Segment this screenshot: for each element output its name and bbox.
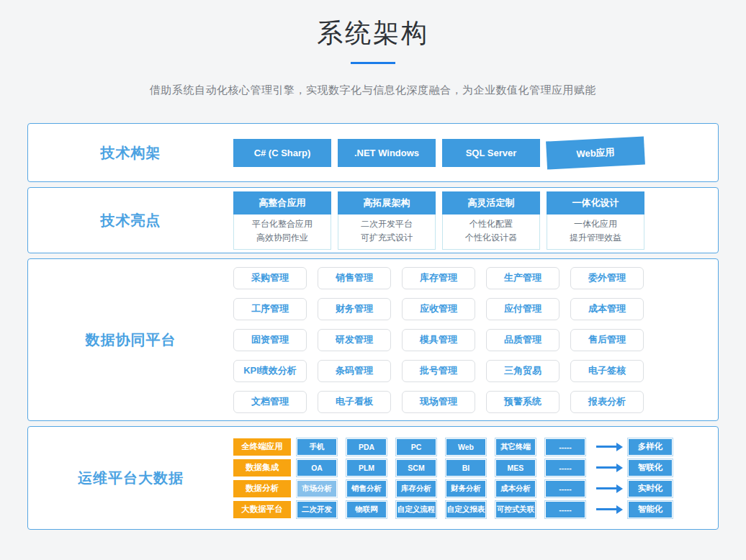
ops-item-chip[interactable]: 库存分析	[396, 480, 436, 497]
module-grid: 采购管理 销售管理 库存管理 生产管理 委外管理 工序管理 财务管理 应收管理 …	[233, 267, 644, 413]
section-label-ops-platform: 运维平台大数据	[28, 469, 233, 488]
ops-platform-rows: 全终端应用 手机 PDA PC Web 其它终端 ----- 多样化 数据集成 …	[233, 438, 718, 518]
ops-item-chip[interactable]: 成本分析	[495, 480, 536, 497]
page-title: 系统架构	[0, 16, 746, 51]
highlight-card-title: 高整合应用	[233, 191, 331, 214]
ops-category-chip[interactable]: 数据分析	[233, 480, 291, 497]
ops-item-chip[interactable]: Web	[446, 438, 486, 456]
ops-item-chip[interactable]: PC	[396, 438, 436, 456]
section-label-data-platform: 数据协同平台	[28, 330, 233, 350]
title-underline-decoration	[351, 62, 395, 64]
ops-result-chip[interactable]: 智能化	[628, 501, 673, 518]
module-button[interactable]: 批号管理	[402, 360, 475, 382]
module-button[interactable]: 电子签核	[570, 360, 644, 382]
ops-item-chip[interactable]: 物联网	[346, 501, 387, 518]
tech-framework-button-sqlserver[interactable]: SQL Server	[442, 139, 540, 167]
tech-highlight-cards: 高整合应用 平台化整合应用 高效协同作业 高拓展架构 二次开发平台 可扩充式设计…	[233, 191, 718, 250]
module-button[interactable]: 生产管理	[486, 267, 560, 289]
ops-item-chip[interactable]: 市场分析	[297, 480, 337, 497]
ops-item-chip[interactable]: 自定义报表	[446, 501, 486, 518]
section-ops-platform: 运维平台大数据 全终端应用 手机 PDA PC Web 其它终端 ----- 多…	[27, 426, 719, 530]
highlight-card-line: 高效协同作业	[234, 231, 331, 245]
highlight-card-integration: 高整合应用 平台化整合应用 高效协同作业	[233, 191, 331, 250]
ops-item-chip[interactable]: SCM	[396, 459, 436, 477]
ops-result-chip[interactable]: 实时化	[628, 480, 673, 497]
module-button[interactable]: 条码管理	[318, 360, 391, 382]
data-platform-modules: 采购管理 销售管理 库存管理 生产管理 委外管理 工序管理 财务管理 应收管理 …	[233, 267, 718, 413]
ops-item-chip[interactable]: 可控式关联	[495, 501, 536, 518]
section-label-tech-highlights: 技术亮点	[28, 211, 233, 230]
ops-item-chip[interactable]: 自定义流程	[396, 501, 436, 518]
ops-category-chip[interactable]: 全终端应用	[233, 438, 291, 456]
module-button[interactable]: 预警系统	[486, 391, 560, 413]
section-data-platform: 数据协同平台 采购管理 销售管理 库存管理 生产管理 委外管理 工序管理 财务管…	[27, 258, 719, 421]
module-button[interactable]: 采购管理	[233, 267, 307, 289]
module-button[interactable]: 销售管理	[318, 267, 391, 289]
tech-framework-buttons: C# (C Sharp) .NET Windows SQL Server Web…	[233, 139, 718, 167]
module-button[interactable]: 报表分析	[570, 391, 644, 413]
module-button[interactable]: 委外管理	[570, 267, 644, 289]
ops-item-chip[interactable]: -----	[545, 480, 585, 497]
ops-row-analysis: 数据分析 市场分析 销售分析 库存分析 财务分析 成本分析 ----- 实时化	[233, 480, 673, 497]
ops-item-chip[interactable]: 手机	[297, 438, 337, 456]
ops-item-chip[interactable]: -----	[545, 501, 585, 518]
module-button[interactable]: 研发管理	[318, 329, 391, 351]
ops-category-chip[interactable]: 大数据平台	[233, 501, 291, 518]
module-button[interactable]: 应付管理	[486, 298, 560, 320]
ops-item-chip[interactable]: OA	[297, 459, 337, 477]
highlight-card-line: 可扩充式设计	[338, 231, 435, 245]
ops-item-chip[interactable]: PLM	[346, 459, 387, 477]
module-button[interactable]: 三角贸易	[486, 360, 560, 382]
section-tech-highlights: 技术亮点 高整合应用 平台化整合应用 高效协同作业 高拓展架构 二次开发平台 可…	[27, 187, 719, 253]
highlight-card-unified-design: 一体化设计 一体化应用 提升管理效益	[547, 191, 644, 250]
highlight-card-extensibility: 高拓展架构 二次开发平台 可扩充式设计	[338, 191, 436, 250]
highlight-card-line: 平台化整合应用	[234, 217, 331, 231]
ops-item-chip[interactable]: PDA	[346, 438, 387, 456]
module-button[interactable]: 文档管理	[233, 391, 307, 413]
module-button[interactable]: 电子看板	[318, 391, 391, 413]
module-button[interactable]: KPI绩效分析	[233, 360, 307, 382]
ops-result-chip[interactable]: 多样化	[628, 438, 673, 456]
module-button[interactable]: 工序管理	[233, 298, 307, 320]
highlight-card-line: 个性化设计器	[443, 231, 539, 245]
section-tech-framework: 技术构架 C# (C Sharp) .NET Windows SQL Serve…	[27, 123, 719, 182]
highlight-card-flexibility: 高灵活定制 个性化配置 个性化设计器	[442, 191, 540, 250]
module-button[interactable]: 应收管理	[402, 298, 475, 320]
ops-item-chip[interactable]: MES	[495, 459, 536, 477]
tech-framework-button-dotnet[interactable]: .NET Windows	[338, 139, 436, 167]
highlight-card-body: 一体化应用 提升管理效益	[547, 214, 644, 250]
ops-item-chip[interactable]: 销售分析	[346, 480, 387, 497]
right-arrow-icon	[596, 466, 616, 469]
ops-item-chip[interactable]: -----	[545, 459, 585, 477]
module-button[interactable]: 品质管理	[486, 329, 560, 351]
ops-item-chip[interactable]: 财务分析	[446, 480, 486, 497]
highlight-card-title: 高灵活定制	[442, 191, 540, 214]
ops-item-chip[interactable]: 二次开发	[297, 501, 337, 518]
ops-item-chip[interactable]: BI	[446, 459, 486, 477]
highlight-card-body: 个性化配置 个性化设计器	[442, 214, 540, 250]
module-button[interactable]: 现场管理	[402, 391, 475, 413]
highlight-card-line: 个性化配置	[443, 217, 539, 231]
module-button[interactable]: 财务管理	[318, 298, 391, 320]
highlight-card-title: 一体化设计	[547, 191, 644, 214]
ops-category-chip[interactable]: 数据集成	[233, 459, 291, 477]
highlight-card-line: 提升管理效益	[547, 231, 644, 245]
ops-item-chip[interactable]: 其它终端	[495, 438, 536, 456]
ops-row-bigdata: 大数据平台 二次开发 物联网 自定义流程 自定义报表 可控式关联 ----- 智…	[233, 501, 673, 518]
module-button[interactable]: 成本管理	[570, 298, 644, 320]
module-button[interactable]: 固资管理	[233, 329, 307, 351]
highlight-card-body: 二次开发平台 可扩充式设计	[338, 214, 436, 250]
right-arrow-icon	[596, 446, 616, 448]
highlight-card-title: 高拓展架构	[338, 191, 436, 214]
module-button[interactable]: 售后管理	[570, 329, 644, 351]
module-button[interactable]: 库存管理	[402, 267, 475, 289]
tech-framework-button-csharp[interactable]: C# (C Sharp)	[233, 139, 331, 167]
ops-result-chip[interactable]: 智联化	[628, 459, 673, 477]
page-subtitle: 借助系统自动化核心管理引擎，实现数字化与信息化深度融合，为企业数值化管理应用赋能	[0, 83, 746, 97]
module-button[interactable]: 模具管理	[402, 329, 475, 351]
ops-item-chip[interactable]: -----	[545, 438, 585, 456]
highlight-card-body: 平台化整合应用 高效协同作业	[233, 214, 331, 250]
tech-framework-button-web[interactable]: Web应用	[546, 136, 645, 169]
page-header: 系统架构 借助系统自动化核心管理引擎，实现数字化与信息化深度融合，为企业数值化管…	[0, 0, 746, 97]
architecture-sections: 技术构架 C# (C Sharp) .NET Windows SQL Serve…	[27, 123, 719, 530]
